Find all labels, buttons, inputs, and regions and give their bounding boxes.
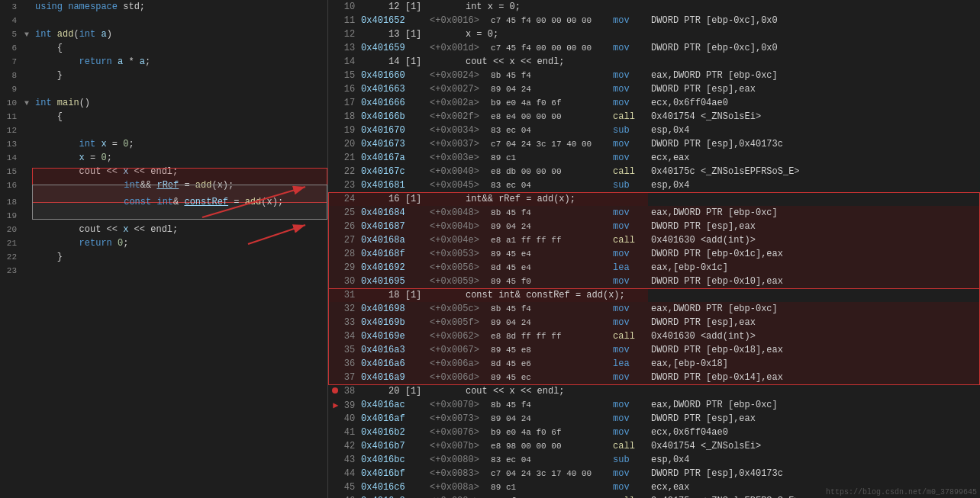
col-linenum: 23 bbox=[329, 178, 359, 192]
col-offset: <+0x008a> bbox=[427, 480, 488, 494]
col-mnem: mov bbox=[610, 14, 648, 27]
col-mnem: mov bbox=[610, 41, 648, 55]
col-offset: <+0x0053> bbox=[427, 247, 488, 261]
col-offset: <+0x003e> bbox=[427, 151, 488, 165]
source-line: 20 [1] cout << x << endl; bbox=[358, 384, 648, 398]
col-bytes: 8b 45 f4 bbox=[488, 302, 610, 316]
col-addr: 0x40169e bbox=[358, 329, 427, 343]
col-linenum: 45 bbox=[329, 480, 359, 494]
col-bytes: 89 04 24 bbox=[488, 220, 610, 233]
line-num: 6 bbox=[0, 43, 21, 53]
col-bytes: c7 04 24 3c 17 40 00 bbox=[488, 467, 610, 480]
col-linenum: 19 bbox=[329, 124, 359, 137]
col-bytes: b9 e0 4a f0 6f bbox=[488, 96, 610, 110]
col-offset: <+0x002a> bbox=[427, 96, 488, 110]
col-linenum: 41 bbox=[329, 426, 359, 439]
col-mnem: sub bbox=[610, 178, 648, 192]
col-offset: <+0x0076> bbox=[427, 426, 488, 439]
disasm-row: 42 0x4016b7 <+0x007b> e8 98 00 00 00 cal… bbox=[329, 439, 980, 453]
col-mnem: mov bbox=[610, 247, 648, 261]
col-addr: 0x4016ac bbox=[358, 398, 427, 412]
code-line-6: 6 { bbox=[0, 41, 327, 55]
col-ops: esp,0x4 bbox=[648, 124, 979, 137]
col-linenum: 34 bbox=[329, 329, 359, 343]
col-addr: 0x4016a6 bbox=[358, 357, 427, 371]
disasm-row-red2: 37 0x4016a9 <+0x006d> 89 45 ec mov DWORD… bbox=[329, 371, 980, 384]
col-addr: 0x401681 bbox=[358, 178, 427, 192]
col-offset: <+0x0027> bbox=[427, 82, 488, 96]
col-ops: esp,0x4 bbox=[648, 178, 979, 192]
col-addr: 0x40166b bbox=[358, 110, 427, 124]
col-addr: 0x401666 bbox=[358, 96, 427, 110]
col-mnem: mov bbox=[610, 96, 648, 110]
disasm-row: 17 0x401666 <+0x002a> b9 e0 4a f0 6f mov… bbox=[329, 96, 980, 110]
code-line-5: 5 ▼ int add(int a) bbox=[0, 27, 327, 41]
col-offset: <+0x0070> bbox=[427, 398, 488, 412]
line-num: 23 bbox=[0, 266, 21, 275]
disasm-scroll[interactable]: 10 12 [1] int x = 0; 11 0x401652 <+0x001… bbox=[328, 0, 980, 498]
code-content: { bbox=[32, 43, 327, 53]
source-line: 14 [1] cout << x << endl; bbox=[358, 55, 648, 69]
col-linenum: 40 bbox=[329, 412, 359, 426]
disasm-row: 43 0x4016bc <+0x0080> 83 ec 04 sub esp,0… bbox=[329, 453, 980, 467]
disasm-row: 22 0x40167c <+0x0040> e8 db 00 00 00 cal… bbox=[329, 165, 980, 178]
col-linenum: 22 bbox=[329, 165, 359, 178]
source-line: 13 [1] x = 0; bbox=[358, 27, 648, 41]
fold-icon[interactable]: ▼ bbox=[21, 31, 32, 39]
col-mnem: call bbox=[610, 165, 648, 178]
col-ops: eax,[ebp-0x18] bbox=[648, 357, 979, 371]
col-linenum: 32 bbox=[329, 302, 359, 316]
col-linenum: 18 bbox=[329, 110, 359, 124]
col-mnem: call bbox=[610, 329, 648, 343]
col-ops: DWORD PTR [esp],eax bbox=[648, 82, 979, 96]
code-content: int add(int a) bbox=[32, 29, 327, 40]
col-addr: 0x40167c bbox=[358, 165, 427, 178]
disasm-row-source-red: 24 16 [1] int&& rRef = add(x); bbox=[329, 192, 980, 206]
col-offset: <+0x0062> bbox=[427, 329, 488, 343]
col-addr: 0x4016c6 bbox=[358, 480, 427, 494]
source-line-red2: 18 [1] const int& constRef = add(x); bbox=[358, 288, 648, 302]
col-addr: 0x401663 bbox=[358, 82, 427, 96]
code-line-19: 19 bbox=[0, 209, 327, 223]
disasm-row: 23 0x401681 <+0x0045> 83 ec 04 sub esp,0… bbox=[329, 178, 980, 192]
col-linenum: 11 bbox=[329, 14, 359, 27]
disasm-row-red2: 35 0x4016a3 <+0x0067> 89 45 e8 mov DWORD… bbox=[329, 343, 980, 357]
col-addr: 0x40168a bbox=[358, 233, 427, 247]
col-mnem: mov bbox=[610, 151, 648, 165]
col-bytes: e8 8f 00 00 00 bbox=[488, 494, 610, 498]
code-content: using namespace std; bbox=[32, 2, 327, 12]
disasm-row-red: 29 0x401692 <+0x0056> 8d 45 e4 lea eax,[… bbox=[329, 261, 980, 275]
col-bytes: 83 ec 04 bbox=[488, 124, 610, 137]
col-ops: 0x401630 <add(int)> bbox=[648, 329, 979, 343]
col-addr: 0x401692 bbox=[358, 261, 427, 275]
line-num: 16 bbox=[0, 181, 21, 190]
col-bytes: c7 45 f4 00 00 00 00 bbox=[488, 14, 610, 27]
code-line-10: 10 ▼ int main() bbox=[0, 96, 327, 110]
col-bytes: 8d 45 e4 bbox=[488, 261, 610, 275]
col-addr: 0x40167a bbox=[358, 151, 427, 165]
col-addr: 0x401670 bbox=[358, 124, 427, 137]
col-linenum: 10 bbox=[329, 0, 359, 14]
col-bytes: e8 8d ff ff ff bbox=[488, 329, 610, 343]
col-bytes: c7 45 f4 00 00 00 00 bbox=[488, 41, 610, 55]
col-offset: <+0x006d> bbox=[427, 371, 488, 384]
code-content: { bbox=[32, 111, 327, 122]
col-bytes: 89 45 ec bbox=[488, 371, 610, 384]
fold-icon[interactable]: ▼ bbox=[21, 99, 32, 108]
disasm-row-arrow: ▶ 39 0x4016ac <+0x0070> 8b 45 f4 mov eax… bbox=[329, 398, 980, 412]
col-linenum: 33 bbox=[329, 316, 359, 329]
col-bytes: 89 04 24 bbox=[488, 412, 610, 426]
col-bytes: 8b 45 f4 bbox=[488, 206, 610, 220]
disasm-row: 18 0x40166b <+0x002f> e8 e4 00 00 00 cal… bbox=[329, 110, 980, 124]
line-num: 13 bbox=[0, 140, 21, 149]
col-bytes: 89 45 e8 bbox=[488, 343, 610, 357]
col-offset: <+0x004b> bbox=[427, 220, 488, 233]
code-content: } bbox=[32, 70, 327, 81]
col-addr: 0x401695 bbox=[358, 275, 427, 288]
disasm-row-red: 27 0x40168a <+0x004e> e8 a1 ff ff ff cal… bbox=[329, 233, 980, 247]
code-content: } bbox=[32, 252, 327, 262]
col-mnem: mov bbox=[610, 371, 648, 384]
col-linenum: 30 bbox=[329, 275, 359, 288]
code-line-7: 7 return a * a; bbox=[0, 55, 327, 69]
col-mnem: sub bbox=[610, 453, 648, 467]
